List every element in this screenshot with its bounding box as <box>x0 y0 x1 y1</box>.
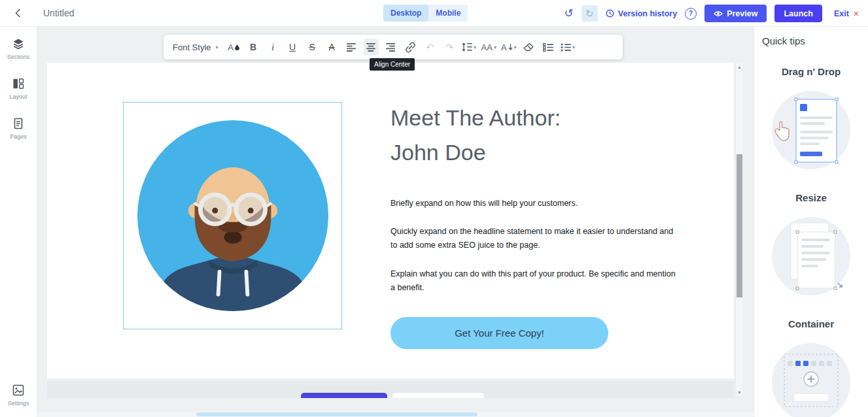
redo-format-button[interactable]: ↷ <box>442 39 457 56</box>
sidebar-item-label: Settings <box>8 400 29 407</box>
topbar-actions: ↺ ↻ Version history ? Preview Launch Exi… <box>564 0 859 27</box>
chevron-down-icon: ▾ <box>514 44 517 50</box>
chevron-down-icon: ▾ <box>216 44 218 50</box>
sidebar-item-layout[interactable]: Layout <box>0 77 37 100</box>
paragraph-3[interactable]: Explain what you can do with this part o… <box>391 267 682 295</box>
paragraph-2[interactable]: Quickly expand on the headline statement… <box>391 225 678 252</box>
history-icon <box>606 9 614 18</box>
next-section-preview[interactable] <box>47 381 734 398</box>
link-icon <box>405 42 416 53</box>
editor-canvas: Font Style ▾ A B i U S A ↶ ↷ ▾ AA <box>37 27 754 417</box>
numbered-list-button[interactable] <box>541 39 556 56</box>
format-painter-button[interactable] <box>521 39 536 56</box>
sidebar-item-label: Sections <box>7 54 30 60</box>
droplet-icon <box>235 44 239 50</box>
version-history-label: Version history <box>618 9 677 18</box>
redo-button[interactable]: ↻ <box>582 5 598 22</box>
font-color-button[interactable]: A <box>226 39 241 56</box>
italic-button[interactable]: i <box>266 39 281 56</box>
tip-container: Container <box>754 299 868 417</box>
undo-format-button[interactable]: ↶ <box>423 39 438 56</box>
version-history-button[interactable]: Version history <box>606 9 677 18</box>
close-icon: × <box>854 8 859 19</box>
horizontal-scrollbar-thumb[interactable] <box>196 412 477 416</box>
align-left-icon <box>347 43 356 52</box>
exit-label: Exit <box>834 9 849 18</box>
drag-n-drop-illustration <box>769 88 854 173</box>
settings-icon <box>12 384 25 397</box>
redo-icon: ↷ <box>445 42 453 52</box>
align-center-tooltip: Align Center <box>370 58 415 71</box>
launch-label: Launch <box>784 9 812 18</box>
sidebar-item-sections[interactable]: Sections <box>0 37 37 60</box>
device-toggle: Desktop Mobile <box>383 5 468 22</box>
pages-icon <box>12 117 25 130</box>
device-mobile-button[interactable]: Mobile <box>428 5 468 22</box>
next-section-bar-primary[interactable] <box>301 393 387 398</box>
text-transform-button[interactable]: A ▾ <box>501 39 517 56</box>
heading-block[interactable]: Meet The Author: John Doe <box>391 101 682 170</box>
back-button[interactable] <box>7 0 30 26</box>
scroll-up-icon[interactable]: ▲ <box>736 63 743 71</box>
font-color-icon: A <box>228 42 234 52</box>
undo-icon: ↶ <box>426 42 434 52</box>
bold-button[interactable]: B <box>246 39 261 56</box>
device-desktop-button[interactable]: Desktop <box>383 5 428 22</box>
numbered-list-icon <box>543 43 553 52</box>
container-illustration <box>769 340 854 417</box>
preview-label: Preview <box>727 9 757 18</box>
font-style-label: Font Style <box>173 42 211 52</box>
redo-icon: ↻ <box>585 8 594 20</box>
sidebar-item-label: Pages <box>10 133 27 140</box>
landing-page-canvas[interactable]: Meet The Author: John Doe Briefly expand… <box>47 63 734 378</box>
tip-label: Container <box>788 318 834 329</box>
exit-button[interactable]: Exit × <box>834 8 859 19</box>
quick-tips-title: Quick tips <box>754 27 868 46</box>
bullet-list-button[interactable]: ▾ <box>561 39 576 56</box>
font-size-icon: AA <box>481 42 493 52</box>
align-left-button[interactable] <box>344 39 359 56</box>
align-center-icon <box>366 43 376 52</box>
heading-line-1: Meet The Author: <box>391 101 682 135</box>
chevron-down-icon: ▾ <box>494 44 496 50</box>
chevron-left-icon <box>13 8 24 18</box>
scroll-down-icon[interactable]: ▼ <box>736 388 743 396</box>
topbar: Untitled Desktop Mobile ↺ ↻ Version hist… <box>0 0 868 27</box>
insert-link-button[interactable] <box>403 39 418 56</box>
align-right-icon <box>386 43 396 52</box>
font-style-select[interactable]: Font Style ▾ <box>173 42 218 52</box>
launch-button[interactable]: Launch <box>774 5 822 22</box>
document-title: Untitled <box>43 8 74 18</box>
sidebar-item-settings[interactable]: Settings <box>0 384 37 407</box>
text-transform-icon: A <box>501 42 507 52</box>
sections-icon <box>12 37 25 50</box>
vertical-scrollbar-thumb[interactable] <box>737 154 742 297</box>
horizontal-scrollbar[interactable] <box>37 412 754 417</box>
align-center-button[interactable] <box>364 39 379 56</box>
preview-button[interactable]: Preview <box>704 5 767 22</box>
next-section-bar-secondary[interactable] <box>392 393 484 398</box>
author-image-block[interactable] <box>123 102 342 329</box>
sidebar-item-label: Layout <box>9 93 27 100</box>
paragraph-1[interactable]: Briefly expand on how this will help you… <box>391 197 682 210</box>
left-sidebar: Sections Layout Pages Settings <box>0 27 37 417</box>
cta-button[interactable]: Get Your Free Copy! <box>391 317 608 349</box>
help-button[interactable]: ? <box>685 8 697 20</box>
strikethrough-button[interactable]: S <box>305 39 320 56</box>
tip-label: Resize <box>795 192 827 203</box>
arrow-down-icon <box>508 44 513 50</box>
line-height-button[interactable]: ▾ <box>462 39 477 56</box>
chevron-down-icon: ▾ <box>474 44 476 50</box>
font-size-button[interactable]: AA ▾ <box>481 39 496 56</box>
eye-icon <box>714 10 723 17</box>
align-right-button[interactable] <box>383 39 398 56</box>
vertical-scrollbar[interactable]: ▲ ▼ <box>735 63 742 396</box>
undo-button[interactable]: ↺ <box>564 8 574 19</box>
help-icon: ? <box>689 10 693 17</box>
line-height-icon <box>462 42 472 52</box>
underline-button[interactable]: U <box>285 39 300 56</box>
tip-label: Drag n' Drop <box>782 66 841 77</box>
resize-illustration <box>769 214 854 299</box>
sidebar-item-pages[interactable]: Pages <box>0 117 37 140</box>
clear-formatting-button[interactable]: A <box>324 39 339 56</box>
